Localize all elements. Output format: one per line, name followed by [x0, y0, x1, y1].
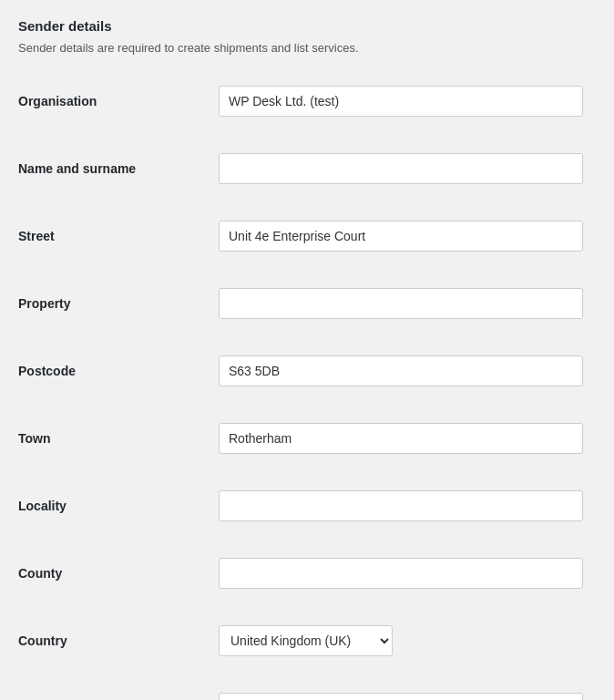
- select-country[interactable]: United Kingdom (UK)United States (US)Ger…: [219, 625, 393, 656]
- label-organisation: Organisation: [18, 77, 219, 126]
- spacer-county: [18, 598, 596, 616]
- input-cell-property: [219, 279, 596, 328]
- spacer-country: [18, 665, 596, 684]
- label-property: Property: [18, 279, 219, 328]
- form-row-property: Property: [18, 279, 596, 328]
- label-street: Street: [18, 211, 219, 261]
- form-row-phone: Phone: [18, 684, 596, 700]
- form-row-organisation: Organisation: [18, 77, 596, 126]
- spacer-organisation: [18, 126, 596, 144]
- input-property[interactable]: [219, 288, 583, 319]
- form-row-locality: Locality: [18, 481, 596, 530]
- label-town: Town: [18, 414, 219, 463]
- input-cell-postcode: [219, 346, 596, 396]
- form-row-postcode: Postcode: [18, 346, 596, 396]
- spacer-locality: [18, 530, 596, 549]
- input-county[interactable]: [219, 558, 583, 589]
- label-name-surname: Name and surname: [18, 144, 219, 193]
- input-cell-phone: [219, 684, 596, 700]
- input-cell-name-surname: [219, 144, 596, 193]
- spacer-street: [18, 261, 596, 279]
- label-phone: Phone: [18, 684, 219, 700]
- section-title: Sender details: [18, 18, 596, 34]
- input-town[interactable]: [219, 423, 583, 454]
- input-phone[interactable]: [219, 693, 583, 700]
- input-cell-town: [219, 414, 596, 463]
- label-country: Country: [18, 616, 219, 665]
- form-row-street: Street: [18, 211, 596, 261]
- input-organisation[interactable]: [219, 86, 583, 117]
- input-cell-locality: [219, 481, 596, 530]
- section-description: Sender details are required to create sh…: [18, 41, 596, 55]
- spacer-name-surname: [18, 193, 596, 211]
- form-row-name-surname: Name and surname: [18, 144, 596, 193]
- sender-details-panel: Sender details Sender details are requir…: [18, 18, 596, 700]
- form-row-town: Town: [18, 414, 596, 463]
- form-table: OrganisationName and surnameStreetProper…: [18, 77, 596, 700]
- input-cell-county: [219, 549, 596, 598]
- input-street[interactable]: [219, 221, 583, 252]
- form-row-county: County: [18, 549, 596, 598]
- input-cell-organisation: [219, 77, 596, 126]
- form-row-country: CountryUnited Kingdom (UK)United States …: [18, 616, 596, 665]
- input-cell-country: United Kingdom (UK)United States (US)Ger…: [219, 616, 596, 665]
- spacer-postcode: [18, 396, 596, 414]
- input-postcode[interactable]: [219, 355, 583, 386]
- label-postcode: Postcode: [18, 346, 219, 396]
- input-locality[interactable]: [219, 490, 583, 521]
- spacer-town: [18, 463, 596, 481]
- label-county: County: [18, 549, 219, 598]
- label-locality: Locality: [18, 481, 219, 530]
- spacer-property: [18, 328, 596, 346]
- input-cell-street: [219, 211, 596, 261]
- input-name-surname[interactable]: [219, 153, 583, 184]
